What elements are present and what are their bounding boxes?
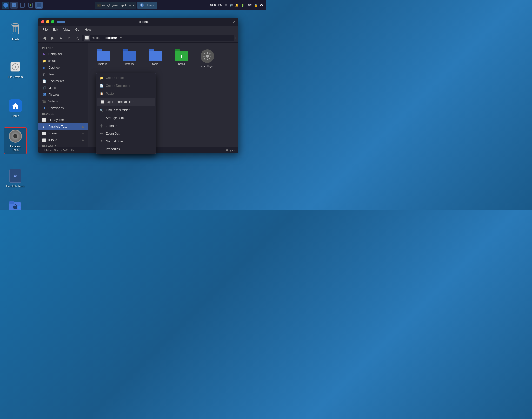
filesystem-desktop-icon[interactable]: File System: [4, 58, 27, 80]
ctx-create-document[interactable]: 📄 Create Document ›: [96, 82, 156, 90]
sidebar-item-music[interactable]: 🎵 Music: [38, 84, 88, 91]
sidebar-item-computer[interactable]: 🖥 Computer: [38, 51, 88, 57]
menu-file[interactable]: File: [41, 27, 50, 32]
lock-icon[interactable]: 🔒: [254, 4, 258, 7]
taskbar-right: 04:05 PM 🖥 🔊 🔔 🔋 88% 🔒 ⏻: [207, 4, 266, 7]
ctx-create-folder[interactable]: 📁 Create Folder...: [96, 74, 156, 82]
breadcrumb-toggle[interactable]: ⬜: [84, 35, 90, 41]
kmods-folder[interactable]: kmods: [119, 48, 140, 69]
breadcrumb-media[interactable]: media: [91, 36, 102, 40]
workspace1-icon[interactable]: [10, 2, 18, 9]
battery-icon: 🔋: [241, 4, 244, 7]
svg-text:K: K: [5, 4, 7, 7]
icloud-eject-icon[interactable]: ⏏: [81, 139, 84, 142]
terminal-window-task[interactable]: $ root@mykali: ~/pt/kmods: [95, 2, 136, 9]
sidebar-item-icloud[interactable]: ⬜ iCloud ⏏: [38, 137, 88, 143]
trash-desktop-icon[interactable]: Trash: [4, 21, 27, 43]
install-folder[interactable]: ⬇ install: [171, 48, 192, 69]
svg-point-12: [12, 23, 19, 27]
sidebar-item-trash[interactable]: 🗑 Trash: [38, 71, 88, 78]
thunar-window-task[interactable]: 2 Thunar: [137, 2, 157, 9]
ctx-terminal-label: Open Terminal Here: [107, 100, 134, 104]
svg-rect-2: [12, 3, 14, 5]
window-maximize-button[interactable]: [51, 20, 54, 23]
sidebar-item-filesystem[interactable]: ⬜ File System: [38, 116, 88, 123]
bell-icon[interactable]: 🔔: [235, 4, 239, 7]
breadcrumb-edit-button[interactable]: ✏: [120, 36, 123, 40]
sidebar-item-sakai[interactable]: 📁 sakai: [38, 57, 88, 64]
kmods-label: kmods: [125, 62, 134, 66]
sidebar-desktop-label: Desktop: [48, 66, 60, 69]
workspace2-icon[interactable]: [19, 2, 26, 9]
power-icon[interactable]: ⏻: [260, 4, 263, 7]
computer-icon: 🖥: [42, 52, 46, 56]
terminal-taskbar-icon[interactable]: $: [27, 2, 34, 9]
window-x-button[interactable]: ✕: [233, 20, 236, 24]
menu-view[interactable]: View: [61, 27, 72, 32]
parallels-sidebar-icon: ⊙: [42, 125, 46, 129]
window-expand-button[interactable]: □: [229, 20, 231, 24]
ctx-normal-size[interactable]: 1 Normal Size: [96, 138, 156, 145]
window-minimize-button[interactable]: [46, 20, 49, 23]
window-titlebar: cdrom0 — □ ✕: [38, 18, 238, 26]
ctx-paste-label: Paste: [106, 92, 114, 95]
ctx-find[interactable]: 🔍 Find in this folder: [96, 106, 156, 114]
ctx-paste[interactable]: 📋 Paste: [96, 90, 156, 97]
sidebar-item-documents[interactable]: 📄 Documents: [38, 78, 88, 84]
home-icon-image: [9, 99, 22, 113]
home-desktop-icon[interactable]: Home: [4, 97, 27, 119]
ctx-create-doc-arrow: ›: [152, 84, 152, 87]
back-button[interactable]: ◀: [41, 34, 48, 42]
ctx-find-icon: 🔍: [99, 108, 104, 112]
network-title: Network: [38, 143, 88, 147]
parallels-shared-desktop-icon[interactable]: → ParallelsShared Fold...: [4, 196, 27, 210]
sidebar-pictures-label: Pictures: [48, 93, 59, 96]
tools-folder[interactable]: tools: [145, 48, 166, 69]
menu-help[interactable]: Help: [83, 27, 93, 32]
menu-edit[interactable]: Edit: [51, 27, 60, 32]
kali-icon[interactable]: K: [2, 2, 9, 9]
pictures-icon: 🖼: [42, 93, 46, 97]
sidebar-item-pictures[interactable]: 🖼 Pictures: [38, 91, 88, 98]
active-workspace-icon[interactable]: [35, 2, 43, 9]
install-gui-file[interactable]: install-gui: [197, 48, 218, 69]
sidebar-item-videos[interactable]: 🎬 Videos: [38, 98, 88, 105]
menu-go[interactable]: Go: [73, 27, 82, 32]
window-restore-button[interactable]: —: [224, 20, 228, 24]
sidebar-computer-label: Computer: [48, 52, 62, 56]
forward-button[interactable]: ▶: [49, 34, 56, 42]
install-label: install: [178, 62, 185, 66]
filesystem-sidebar-icon: ⬜: [42, 118, 46, 122]
sidebar-item-downloads[interactable]: ⬇ Downloads: [38, 105, 88, 112]
ctx-zoom-out[interactable]: ➖ Zoom Out: [96, 130, 156, 138]
sidebar-item-parallels[interactable]: ⊙ Parallels To... ⏏: [38, 123, 88, 130]
installer-label: installer: [98, 62, 108, 66]
installer-folder[interactable]: installer: [93, 48, 114, 69]
window-close-button[interactable]: [41, 20, 44, 23]
home-eject-icon[interactable]: ⏏: [81, 132, 84, 135]
monitor-icon: 🖥: [224, 4, 227, 7]
svg-line-33: [204, 53, 205, 54]
breadcrumb-cdrom0[interactable]: cdrom0: [104, 36, 118, 40]
parallels-tools-desktop-icon[interactable]: ParallelsTools: [4, 127, 27, 154]
sidebar-item-desktop[interactable]: 🖥 Desktop: [38, 64, 88, 71]
home-toolbar-button[interactable]: ⌂: [65, 34, 73, 42]
ctx-arrange-icon: ☰: [99, 116, 104, 120]
toggle-sidebar-button[interactable]: ◁: [74, 34, 81, 42]
sh-icon-image: #!: [9, 169, 22, 183]
parallels-tools-icon-image: [9, 129, 22, 143]
sidebar-filesystem-label: File System: [48, 118, 65, 122]
up-button[interactable]: ▲: [57, 34, 64, 42]
ctx-open-terminal[interactable]: ⬜ Open Terminal Here: [97, 98, 155, 106]
sakai-icon: 📁: [42, 59, 46, 63]
ctx-arrange[interactable]: ☰ Arrange Items ›: [96, 114, 156, 122]
ctx-zoom-in[interactable]: ➕ Zoom In: [96, 122, 156, 130]
volume-icon[interactable]: 🔊: [229, 4, 233, 7]
svg-rect-4: [12, 5, 14, 7]
sh-script-desktop-icon[interactable]: #! Parallels Tools: [4, 168, 27, 189]
sidebar-item-home-dev[interactable]: ⬜ Home ⏏: [38, 130, 88, 137]
svg-rect-17: [14, 24, 17, 25]
ctx-properties[interactable]: ≡ Properties...: [96, 145, 156, 153]
taskbar-center: $ root@mykali: ~/pt/kmods 2 Thunar: [45, 2, 207, 9]
parallels-eject-icon[interactable]: ⏏: [81, 125, 84, 128]
